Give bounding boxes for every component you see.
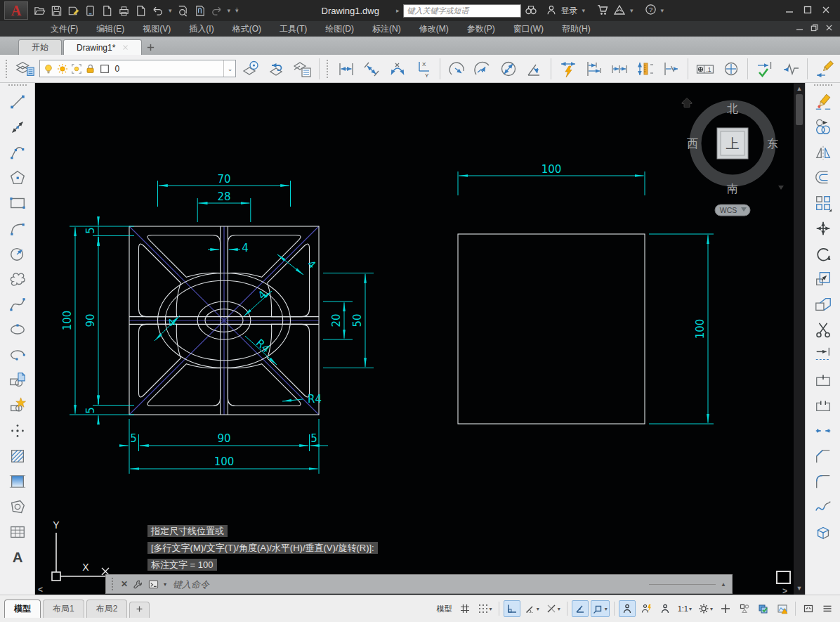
save-to-mobile-icon[interactable] [84,5,96,17]
layer-freeze-icon[interactable] [57,63,68,74]
tool-mtext[interactable] [3,545,32,570]
vertical-scrollbar[interactable]: ▲ ▼ [794,83,805,595]
menu-modify[interactable]: 修改(M) [411,22,457,37]
workspace-switching[interactable]: ▾ [696,600,715,617]
tool-join[interactable] [808,418,838,443]
layer-on-icon[interactable] [43,63,54,74]
scroll-thumb[interactable] [796,94,803,125]
new-layout-icon[interactable] [129,602,150,618]
polar-tracking-toggle[interactable]: ▾ [523,600,542,617]
dim-radius-button[interactable] [446,58,468,80]
command-cli-icon[interactable] [148,579,159,590]
tool-make-block[interactable] [3,393,32,418]
export-icon[interactable] [101,5,113,17]
dim-continue-button[interactable] [609,58,631,80]
app-logo-button[interactable]: A [4,1,28,20]
tool-hatch[interactable] [3,443,32,469]
tool-scale[interactable] [808,266,838,292]
tool-extend[interactable] [808,342,838,368]
binoculars-icon[interactable] [525,4,537,18]
tab-close-icon[interactable] [122,43,129,53]
customization-menu-icon[interactable] [819,600,836,617]
menu-dimension[interactable]: 标注(N) [364,22,409,37]
open-icon[interactable] [34,5,46,17]
save-as-icon[interactable] [67,5,79,17]
menu-edit[interactable]: 编辑(E) [88,22,133,37]
autodesk-apps-icon[interactable] [613,4,626,18]
new-drawing-icon[interactable] [135,5,147,17]
command-bar-grip[interactable] [112,578,116,590]
menu-parametric[interactable]: 参数(P) [459,22,504,37]
isometric-drafting-toggle[interactable]: ▾ [544,600,563,617]
scroll-down-icon[interactable]: ▼ [796,585,803,592]
tool-revision-cloud[interactable] [3,266,32,292]
dim-angular-button[interactable] [523,58,546,80]
tool-move[interactable] [808,216,838,241]
tool-arc[interactable] [3,216,32,241]
undo-dropdown-icon[interactable]: ▾ [169,7,172,14]
tool-blend-curves[interactable] [808,494,838,519]
object-snap-toggle[interactable]: ▾ [591,600,610,617]
help-dropdown-icon[interactable]: ▾ [661,7,664,14]
tool-explode[interactable] [808,519,838,545]
dim-toolbar-grip[interactable] [327,60,330,78]
tool-gradient[interactable] [3,469,32,494]
layer-lock-icon[interactable] [85,63,96,74]
doc-restore-icon[interactable] [811,24,818,34]
snap-toggle[interactable]: ▾ [475,600,494,617]
grille-panel-geometry[interactable] [129,226,645,424]
tool-line[interactable] [3,89,32,115]
tool-array[interactable] [808,190,838,216]
annotation-monitor-toggle[interactable] [717,600,734,617]
redo-dropdown-icon[interactable]: ▾ [228,7,231,14]
apps-dropdown-icon[interactable]: ▾ [630,7,634,14]
hscroll-left-icon[interactable]: < [38,585,43,595]
model-space-toggle[interactable]: 模型 [435,600,454,617]
tool-construction-line[interactable] [3,115,32,140]
annotation-visibility-toggle[interactable] [619,600,636,617]
dim-edit-button[interactable] [813,58,836,80]
layer-previous-button[interactable] [265,58,288,80]
tool-region[interactable] [3,494,32,519]
layer-vp-freeze-icon[interactable] [71,63,82,74]
view-cube[interactable]: 北 南 西 东 上 WCS [682,98,784,216]
tool-spline[interactable] [3,292,32,317]
tool-rectangle[interactable] [3,190,32,216]
tool-ellipse[interactable] [3,317,32,342]
menu-window[interactable]: 窗口(W) [505,22,552,37]
command-close-icon[interactable]: ✕ [121,579,128,589]
menu-draw[interactable]: 绘图(D) [317,22,362,37]
menu-help[interactable]: 帮助(H) [553,22,599,37]
scroll-up-icon[interactable]: ▲ [796,85,803,92]
viewcube-menu-arrow-icon[interactable] [778,186,784,190]
quick-dimension-button[interactable] [557,58,579,80]
layout-tab-model[interactable]: 模型 [4,600,41,618]
tool-break[interactable] [808,393,838,418]
viewcube-home-icon[interactable] [682,98,692,108]
plot-icon[interactable] [118,5,130,17]
dim-ordinate-button[interactable] [412,58,435,80]
tool-trim[interactable] [808,317,838,342]
layer-properties-button[interactable] [291,58,313,80]
clean-screen-toggle[interactable] [800,600,817,617]
layout-tab-layout2[interactable]: 布局2 [86,600,128,618]
tool-mirror[interactable] [808,140,838,165]
hscroll-right-icon[interactable]: > [782,586,787,595]
tool-fillet[interactable] [808,469,838,494]
tool-stretch[interactable] [808,292,838,317]
annotation-scale-icon[interactable] [657,600,674,617]
menu-file[interactable]: 文件(F) [42,22,86,37]
command-wrench-icon[interactable] [133,579,143,590]
tool-circle[interactable] [3,241,32,266]
close-icon[interactable] [822,6,830,16]
tab-drawing1[interactable]: Drawing1* [63,39,142,55]
make-layer-current-button[interactable] [239,58,262,80]
tool-polygon[interactable] [3,165,32,190]
dim-linear-button[interactable] [335,58,357,80]
sign-in-dropdown-icon[interactable]: ▾ [582,7,586,14]
new-tab-icon[interactable] [143,40,157,54]
tool-break-at-point[interactable] [808,368,838,393]
attach-icon[interactable] [194,5,206,17]
minimize-icon[interactable] [785,6,794,16]
draw-toolbar-grip[interactable] [8,84,27,88]
